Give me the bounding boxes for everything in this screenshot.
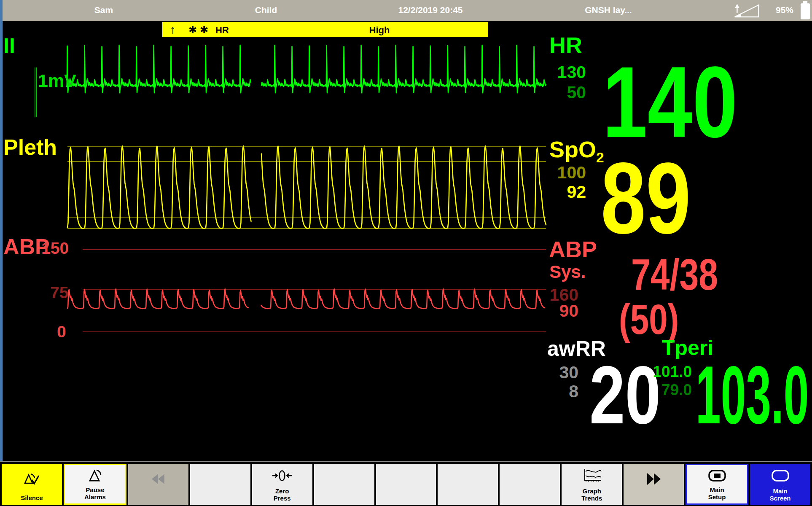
zero-press-icon xyxy=(252,464,312,487)
pause-alarms-button[interactable]: Pause Alarms xyxy=(64,464,126,505)
main-screen-button[interactable]: Main Screen xyxy=(750,464,810,505)
ecg-waveform xyxy=(261,45,546,93)
silence-button[interactable]: Silence xyxy=(2,464,62,505)
rewind-button[interactable] xyxy=(128,464,188,505)
spo2-high-limit: 100 xyxy=(540,163,586,183)
abp-mean-value: (50) xyxy=(619,298,679,340)
slot-5-button xyxy=(500,464,560,505)
toolbar-divider xyxy=(0,461,812,462)
tperi-low-limit: 79.0 xyxy=(632,381,692,399)
abp-low-limit: 90 xyxy=(532,301,578,321)
spo2-low-limit: 92 xyxy=(540,182,586,202)
hr-low-limit: 50 xyxy=(540,83,586,102)
main-setup-label: Main Setup xyxy=(708,486,726,501)
awrr-low-limit: 8 xyxy=(532,382,578,401)
tperi-value: 103.0 xyxy=(696,354,809,436)
abp-waveform xyxy=(261,289,545,309)
main-setup-icon xyxy=(687,465,747,486)
awrr-high-limit: 30 xyxy=(532,363,578,382)
alarm-silence-icon xyxy=(2,464,62,494)
patient-monitor-screen: Sam Child 12/2/2019 20:45 GNSH lay... 95… xyxy=(0,0,812,506)
spo2-label: SpO2 xyxy=(549,138,604,164)
hr-high-limit: 130 xyxy=(540,62,586,82)
silence-label: Silence xyxy=(21,494,43,502)
spo2-value: 89 xyxy=(601,148,691,249)
pleth-waveform xyxy=(67,146,251,229)
abp-scale-top: 150 xyxy=(41,240,69,256)
abp-label: ABP xyxy=(549,238,597,261)
ecg-lead-label[interactable]: II xyxy=(3,35,15,57)
pause-alarms-label: Pause Alarms xyxy=(84,486,106,501)
abp-sublabel: Sys. xyxy=(549,263,586,281)
abp-scale-mid: 75 xyxy=(50,284,68,301)
fast-forward-button[interactable] xyxy=(624,464,684,505)
pleth-waveform xyxy=(261,146,546,229)
abp-value: 74/38 xyxy=(631,253,718,296)
hr-label: HR xyxy=(549,34,582,57)
hr-value: 140 xyxy=(602,51,737,153)
fast-forward-icon xyxy=(624,464,684,494)
alarm-pause-icon xyxy=(65,465,125,486)
ecg-calibration-label: 1mV xyxy=(38,72,76,90)
abp-scale-bottom: 0 xyxy=(57,323,66,340)
slot-3-button xyxy=(376,464,436,505)
rewind-icon xyxy=(128,464,188,494)
graph-trends-icon xyxy=(562,464,622,487)
slot-2-button xyxy=(314,464,374,505)
ecg-waveform xyxy=(67,45,251,93)
slot-1-button xyxy=(190,464,250,505)
slot-4-button xyxy=(438,464,498,505)
toolbar: SilencePause AlarmsZero PressGraph Trend… xyxy=(0,462,812,506)
main-screen-label: Main Screen xyxy=(770,487,791,502)
main-screen-icon xyxy=(750,464,810,487)
zero-press-button[interactable]: Zero Press xyxy=(252,464,312,505)
graph-trends-label: Graph Trends xyxy=(581,487,602,502)
graph-trends-button[interactable]: Graph Trends xyxy=(562,464,622,505)
abp-waveform xyxy=(67,289,248,309)
main-setup-button[interactable]: Main Setup xyxy=(686,464,748,505)
zero-press-label: Zero Press xyxy=(274,487,291,502)
pleth-wave-label[interactable]: Pleth xyxy=(3,136,57,158)
tperi-high-limit: 101.0 xyxy=(632,363,692,381)
